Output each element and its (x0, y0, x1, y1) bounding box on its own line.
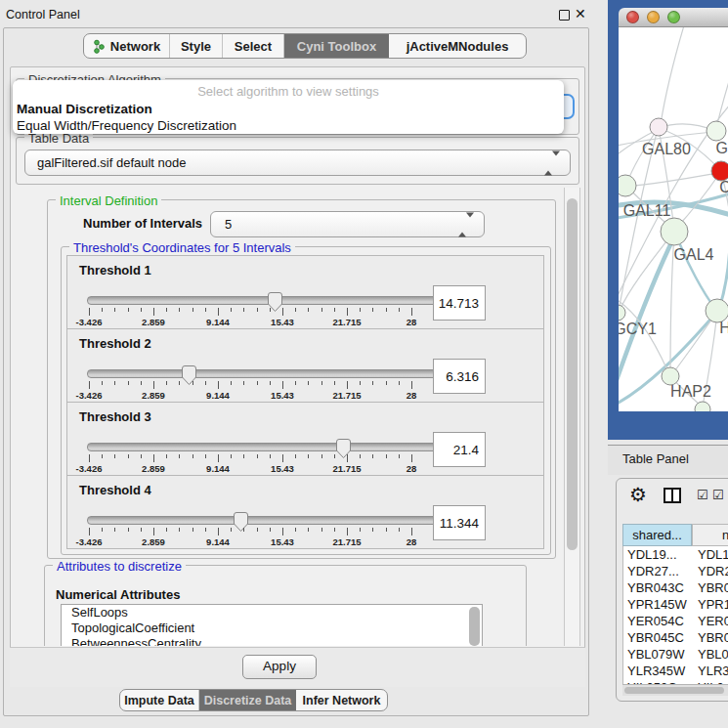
threshold-panel: Threshold 3-3.4262.8599.14415.4321.71528 (66, 402, 544, 476)
apply-button[interactable]: Apply (242, 655, 317, 679)
network-node-gal80[interactable] (650, 118, 667, 136)
network-node-gal11[interactable] (619, 175, 636, 196)
table-row[interactable]: YDR27...YDR2 (623, 563, 728, 579)
slider-tick-label: 9.144 (206, 317, 230, 327)
attribute-list-item[interactable]: TopologicalCoefficient (62, 621, 482, 636)
number-of-intervals-value: 5 (225, 217, 232, 232)
checkbox-checked-icon[interactable]: ☑ (697, 489, 708, 501)
slider-tick-label: 28 (407, 536, 417, 547)
table-rows: YDL19...YDL1YDR27...YDR2YBR043CYBR0YPR14… (622, 546, 728, 684)
tab-select[interactable]: Select (223, 34, 284, 58)
slider-tick (231, 308, 232, 312)
tab-cyni-toolbox[interactable]: Cyni Toolbox (284, 34, 389, 58)
slider-tick-label: 2.859 (142, 463, 165, 474)
network-node-gcy1[interactable] (619, 305, 625, 321)
threshold-value-input[interactable] (433, 505, 486, 540)
tab-network[interactable]: Network (84, 34, 170, 58)
slider-track[interactable] (87, 443, 438, 451)
cell-name: YDL1 (693, 546, 728, 563)
slider-tick-label: 15.43 (271, 390, 294, 401)
cell-shared-name: YBR045C (623, 629, 693, 646)
slider-tick (386, 381, 387, 385)
column-header-name[interactable]: n (692, 524, 728, 546)
settings-vertical-scrollbar[interactable] (564, 188, 580, 646)
slider-track[interactable] (87, 369, 438, 378)
threshold-value-input[interactable] (433, 359, 486, 394)
checkbox-checked-icon[interactable]: ☑ (712, 489, 724, 501)
network-node-gal4[interactable] (661, 218, 688, 245)
group-title: Threshold's Coordinates for 5 Intervals (69, 240, 295, 255)
tab-label: Style (181, 39, 211, 54)
slider-tick (347, 308, 348, 316)
slider-tick (334, 454, 335, 458)
table-horizontal-scrollbar[interactable] (622, 684, 728, 696)
network-edge[interactable] (661, 27, 684, 124)
slider-tick (347, 454, 348, 462)
slider-tick (270, 381, 271, 385)
slider-tick-label: 21.715 (332, 390, 361, 401)
close-traffic-light-icon[interactable] (626, 11, 639, 23)
table-header-row: shared... n (622, 524, 728, 546)
table-row[interactable]: YPR145WYPR1 (623, 596, 728, 613)
tab-jactivemnodules[interactable]: jActiveMNodules (389, 34, 526, 58)
list-scrollbar[interactable] (469, 607, 480, 646)
slider-tick (89, 454, 90, 462)
slider-tick (179, 381, 180, 385)
slider-tick-label: 28 (407, 317, 417, 327)
slider-tick (102, 308, 103, 312)
numerical-attributes-list[interactable]: SelfLoopsTopologicalCoefficientBetweenne… (61, 604, 483, 646)
slider-tick-label: 15.43 (271, 463, 294, 474)
scrollbar-thumb[interactable] (567, 198, 578, 550)
table-data-combobox[interactable]: galFiltered.sif default node (24, 150, 571, 176)
attribute-list-item[interactable]: BetweennessCentrality (62, 636, 482, 646)
column-header-shared-name[interactable]: shared... (622, 524, 692, 546)
slider-tick (360, 381, 361, 385)
slider-tick (411, 528, 412, 535)
threshold-value-input[interactable] (433, 432, 486, 467)
network-node-c[interactable] (711, 161, 728, 181)
slider-tick (321, 308, 322, 312)
network-node-label: H (719, 320, 728, 336)
split-columns-icon[interactable] (664, 488, 681, 503)
cell-shared-name: YER054C (623, 613, 693, 629)
slider-tick (193, 454, 193, 458)
algorithm-option[interactable]: Manual Discretization (13, 101, 564, 117)
network-node-label: GCY1 (619, 321, 657, 337)
scrollbar-thumb[interactable] (624, 687, 724, 694)
slider-tick-label: -3.426 (76, 317, 103, 327)
threshold-label: Threshold 1 (79, 263, 151, 278)
slider-tick (179, 528, 180, 532)
threshold-value-input[interactable] (433, 285, 486, 321)
network-node-g[interactable] (707, 121, 726, 141)
table-row[interactable]: YBR043CYBR0 (623, 579, 728, 596)
float-window-icon[interactable] (559, 10, 570, 21)
tab-infer-network[interactable]: Infer Network (296, 690, 387, 710)
algorithm-option[interactable]: Equal Width/Frequency Discretization (13, 117, 564, 134)
minimize-traffic-light-icon[interactable] (647, 11, 660, 23)
close-icon[interactable]: ✕ (575, 6, 586, 21)
table-row[interactable]: YBR045CYBR0 (623, 629, 728, 646)
zoom-traffic-light-icon[interactable] (667, 11, 680, 23)
table-row[interactable]: YDL19...YDL1 (623, 546, 728, 563)
network-edge[interactable] (626, 173, 718, 187)
slider-tick (153, 381, 154, 389)
cell-name: YBL0 (693, 646, 728, 663)
tab-style[interactable]: Style (170, 34, 223, 58)
cell-name: YLR3 (693, 663, 728, 679)
table-row[interactable]: YER054CYER0 (623, 613, 728, 629)
number-of-intervals-spinner[interactable]: 5 (210, 211, 485, 237)
slider-tick (243, 528, 244, 532)
tab-impute-data[interactable]: Impute Data (120, 690, 199, 710)
slider-tick (411, 308, 412, 316)
slider-track[interactable] (87, 516, 438, 525)
slider-tick (128, 528, 129, 532)
tab-discretize-data[interactable]: Discretize Data (199, 690, 296, 710)
network-canvas[interactable]: GAL80G.CGAL11GAL4GCY1HHAP2 (619, 27, 728, 411)
slider-tick (231, 381, 232, 385)
slider-track[interactable] (87, 296, 438, 305)
slider-tick (128, 381, 129, 385)
table-row[interactable]: YLR345WYLR3 (623, 663, 728, 679)
settings-gear-icon[interactable]: ⚙ (629, 485, 647, 504)
table-row[interactable]: YBL079WYBL0 (623, 646, 728, 663)
attribute-list-item[interactable]: SelfLoops (62, 605, 482, 621)
